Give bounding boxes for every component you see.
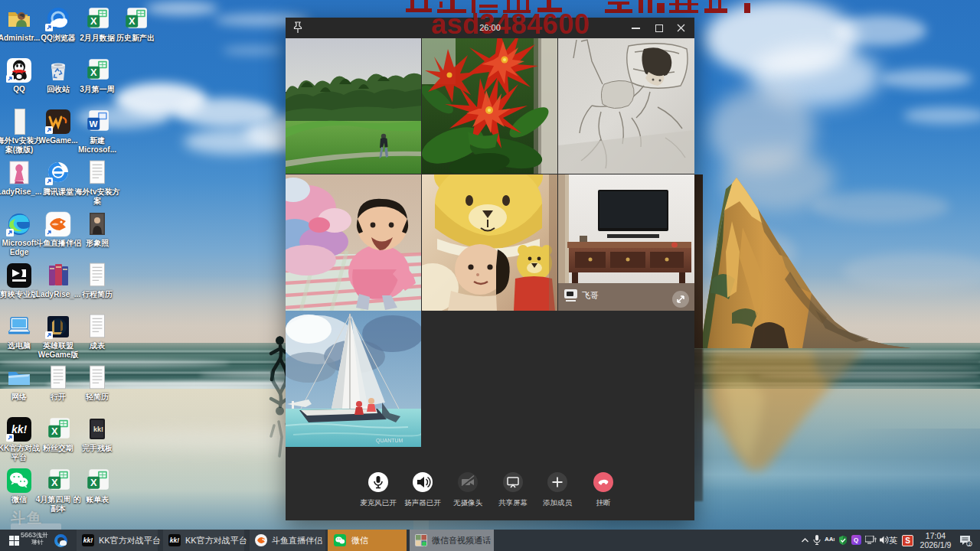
svg-text:飞哥: 飞哥 <box>582 291 599 300</box>
svg-text:QUANTUM: QUANTUM <box>376 438 403 444</box>
svg-text:2: 2 <box>969 542 971 546</box>
svg-text:kk!: kk! <box>93 425 103 433</box>
